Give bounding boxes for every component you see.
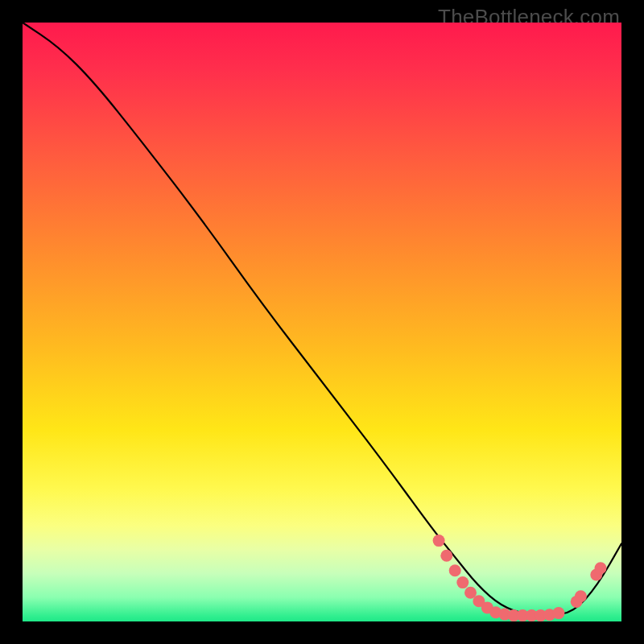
scatter-dot <box>595 562 607 574</box>
scatter-dot <box>433 535 445 547</box>
chart-frame: TheBottleneck.com <box>0 0 644 644</box>
chart-overlay <box>23 23 621 621</box>
scatter-dot <box>456 576 469 588</box>
plot-area <box>23 23 621 621</box>
scatter-dot <box>552 607 564 619</box>
scatter-dot <box>440 550 452 562</box>
scatter-dot <box>575 590 587 602</box>
scatter-dot <box>449 564 461 576</box>
bottleneck-curve <box>23 23 621 615</box>
scatter-dots <box>433 535 607 621</box>
